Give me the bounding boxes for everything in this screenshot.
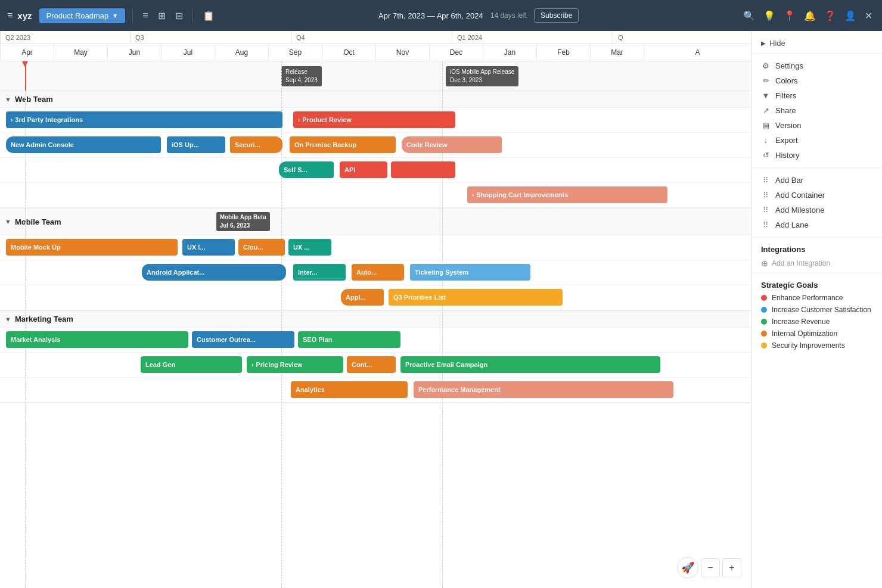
bar-clou[interactable]: Clou...: [238, 239, 285, 256]
zoom-out-button[interactable]: −: [701, 558, 720, 577]
bar-q3-priorities[interactable]: Q3 Priorities List: [389, 289, 563, 306]
bar-cont[interactable]: Cont...: [347, 356, 396, 373]
bar-performance-mgmt[interactable]: Performance Management: [414, 381, 673, 398]
goal-label-enhance: Enhance Performance: [772, 294, 843, 302]
bar-auto[interactable]: Auto...: [352, 264, 404, 281]
rp-divider-1: [751, 53, 882, 54]
q1-2024: Q1 2024: [452, 31, 613, 43]
add-container-icon: ⠿: [761, 191, 771, 200]
today-triangle: [22, 61, 28, 67]
gantt-content: Release Sep 4, 2023 iOS Mobile App Relea…: [0, 61, 751, 588]
top-nav: ≡ xyz Product Roadmap ▼ ≡ ⊞ ⊟ 📋 Apr 7th,…: [0, 0, 882, 31]
triangle-right-icon: ▶: [761, 40, 766, 46]
rp-add-milestone[interactable]: ⠿ Add Milestone: [751, 203, 882, 217]
month-feb: Feb: [536, 44, 590, 61]
q4: Q4: [291, 31, 452, 43]
rp-version[interactable]: ▤ Version: [751, 118, 882, 133]
bar-ux-i[interactable]: UX I...: [182, 239, 235, 256]
rp-share[interactable]: ↗ Share: [751, 103, 882, 118]
grid-view-icon[interactable]: ⊟: [173, 8, 185, 24]
rp-divider-4: [751, 273, 882, 273]
calendar-icon[interactable]: 📋: [200, 8, 217, 24]
rp-export[interactable]: ↓ Export: [751, 133, 882, 148]
bar-analytics[interactable]: Analytics: [291, 381, 408, 398]
milestone-release: Release Sep 4, 2023: [281, 66, 322, 86]
bar-code-review[interactable]: Code Review: [402, 136, 502, 153]
web-team-section: ▼ Web Team › 3rd Party Integrations › Pr…: [0, 91, 751, 209]
integrations-title: Integrations: [751, 240, 882, 256]
web-row-3: Self S... API: [0, 158, 751, 183]
search-icon[interactable]: 🔍: [741, 8, 757, 24]
web-row-1: › 3rd Party Integrations › Product Revie…: [0, 108, 751, 133]
colors-icon: ✏: [761, 76, 771, 85]
split-view-icon[interactable]: ⊞: [156, 8, 168, 24]
settings-label: Settings: [775, 61, 803, 70]
bar-api-ext[interactable]: [391, 161, 455, 178]
version-label: Version: [775, 121, 801, 130]
plus-circle-icon: ⊕: [761, 259, 768, 268]
goals-title: Strategic Goals: [751, 276, 882, 292]
web-team-header[interactable]: ▼ Web Team: [0, 91, 751, 108]
lightbulb-icon[interactable]: 💡: [761, 8, 778, 24]
marketing-team-header[interactable]: ▼ Marketing Team: [0, 311, 751, 328]
add-bar-label: Add Bar: [775, 176, 803, 185]
add-bar-icon: ⠿: [761, 176, 771, 185]
rp-colors[interactable]: ✏ Colors: [751, 73, 882, 88]
bar-proactive-email[interactable]: Proactive Email Campaign: [400, 356, 660, 373]
mobile-team-header[interactable]: ▼ Mobile Team Mobile App Beta Jul 6, 202…: [0, 209, 751, 235]
add-integration-button[interactable]: ⊕ Add an Integration: [751, 256, 882, 270]
rp-add-container[interactable]: ⠿ Add Container: [751, 188, 882, 203]
bar-ios-up[interactable]: iOS Up...: [167, 136, 225, 153]
rp-add-bar[interactable]: ⠿ Add Bar: [751, 173, 882, 188]
marketing-team-label: Marketing Team: [15, 315, 73, 323]
bar-seo-plan[interactable]: SEO Plan: [298, 331, 400, 348]
bar-ux2[interactable]: UX ...: [288, 239, 331, 256]
rp-settings[interactable]: ⚙ Settings: [751, 58, 882, 73]
q2-2023: Q2 2023: [0, 31, 130, 43]
quarters-row: Q2 2023 Q3 Q4 Q1 2024 Q: [0, 31, 751, 44]
bar-inter[interactable]: Inter...: [293, 264, 346, 281]
month-oct: Oct: [322, 44, 375, 61]
bar-android-app[interactable]: Android Applicat...: [142, 264, 286, 281]
mobile-row-3: Appl... Q3 Priorities List: [0, 285, 751, 310]
project-dropdown[interactable]: Product Roadmap ▼: [39, 8, 126, 23]
help-icon[interactable]: ❓: [822, 8, 838, 24]
milestone-row: Release Sep 4, 2023 iOS Mobile App Relea…: [0, 61, 751, 91]
add-lane-icon: ⠿: [761, 220, 771, 229]
zoom-in-button[interactable]: +: [722, 558, 741, 577]
close-icon[interactable]: ✕: [862, 8, 875, 24]
bar-ticketing[interactable]: Ticketing System: [410, 264, 530, 281]
bar-market-analysis[interactable]: Market Analysis: [6, 331, 188, 348]
subscribe-button[interactable]: Subscribe: [534, 8, 579, 23]
zoom-rocket-button[interactable]: 🚀: [677, 557, 698, 578]
rp-history[interactable]: ↺ History: [751, 148, 882, 163]
expand-icon: ›: [298, 117, 300, 123]
bar-appl[interactable]: Appl...: [341, 289, 384, 306]
goal-dot-blue: [761, 307, 767, 313]
user-icon[interactable]: 👤: [842, 8, 859, 24]
share-icon: ↗: [761, 106, 771, 115]
rp-menu-section: ⚙ Settings ✏ Colors ▼ Filters ↗ Share ▤ …: [751, 56, 882, 165]
bar-mobile-mockup[interactable]: Mobile Mock Up: [6, 239, 178, 256]
bar-self-s[interactable]: Self S...: [279, 161, 334, 178]
hide-button[interactable]: ▶ Hide: [751, 36, 882, 51]
bar-shopping-cart[interactable]: › Shopping Cart Improvements: [467, 186, 667, 203]
bar-pricing-review[interactable]: › Pricing Review: [247, 356, 343, 373]
bar-customer-outreach[interactable]: Customer Outrea...: [192, 331, 294, 348]
pin-icon[interactable]: 📍: [781, 8, 798, 24]
rp-add-lane[interactable]: ⠿ Add Lane: [751, 217, 882, 232]
bar-lead-gen[interactable]: Lead Gen: [141, 356, 242, 373]
marketing-team-section: ▼ Marketing Team Market Analysis Custome…: [0, 311, 751, 403]
bar-new-admin[interactable]: New Admin Console: [6, 136, 161, 153]
bar-api[interactable]: API: [340, 161, 387, 178]
bell-icon[interactable]: 🔔: [802, 8, 818, 24]
bar-securi[interactable]: Securi...: [230, 136, 282, 153]
rp-filters[interactable]: ▼ Filters: [751, 88, 882, 103]
bar-3rd-party[interactable]: › 3rd Party Integrations: [6, 111, 282, 128]
bar-product-review[interactable]: › Product Review: [293, 111, 455, 128]
list-view-icon[interactable]: ≡: [140, 8, 150, 23]
goal-label-satisfaction: Increase Customer Satisfaction: [772, 306, 871, 314]
gantt-area: Q2 2023 Q3 Q4 Q1 2024 Q Apr May Jun Jul …: [0, 31, 751, 588]
hamburger-icon[interactable]: ≡: [7, 10, 13, 21]
bar-on-premise[interactable]: On Premise Backup: [290, 136, 396, 153]
